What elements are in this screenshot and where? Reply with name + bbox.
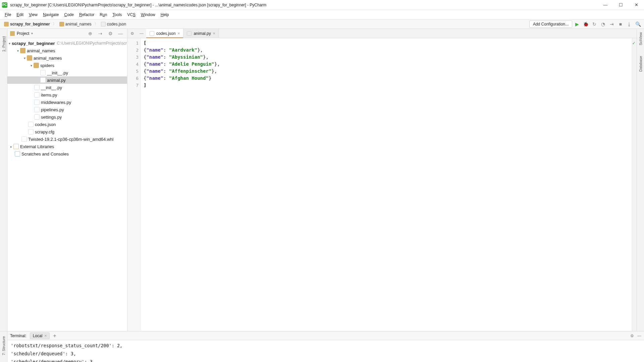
debug-icon[interactable]: 🐞: [582, 20, 590, 28]
menu-run[interactable]: Run: [97, 11, 110, 18]
breadcrumb-mid[interactable]: animal_names: [57, 22, 94, 26]
run-icon[interactable]: ▶: [573, 20, 581, 28]
tree-file[interactable]: items.py: [7, 91, 127, 99]
close-button[interactable]: ✕: [629, 0, 644, 10]
project-view-name[interactable]: Project: [17, 31, 29, 36]
menu-tools[interactable]: Tools: [110, 11, 124, 18]
python-file-icon: [34, 92, 40, 98]
tree-label: spiders: [40, 63, 54, 68]
menu-code[interactable]: Code: [61, 11, 76, 18]
line-number: 1: [127, 40, 139, 47]
tree-scratches[interactable]: Scratches and Consoles: [7, 150, 127, 158]
main-area: 1: Project Project ▾ ⊕ ⇢ ⚙ — ▾scrapy_for…: [0, 29, 644, 331]
tree-file[interactable]: middlewares.py: [7, 99, 127, 106]
close-tab-icon[interactable]: ×: [44, 334, 47, 338]
editor-scrollbar[interactable]: [632, 38, 637, 331]
python-file-icon: [40, 77, 46, 83]
locate-icon[interactable]: ⊕: [86, 29, 94, 38]
python-file-icon: [34, 114, 40, 120]
editor-code[interactable]: ✓[ {"name": "Aardvark"}, {"name": "Abyss…: [141, 38, 632, 331]
tree-label: items.py: [41, 93, 57, 98]
sciview-tab[interactable]: SciView: [639, 30, 643, 47]
tree-external-libraries[interactable]: ▸External Libraries: [7, 143, 127, 150]
json-file-icon: [28, 122, 34, 127]
folder-icon: [20, 48, 25, 53]
close-tab-icon[interactable]: ×: [177, 31, 180, 36]
project-tree[interactable]: ▾scrapy_for_beginnerC:\Users\LEGION\Pych…: [7, 38, 127, 331]
tree-project-root[interactable]: ▾scrapy_for_beginnerC:\Users\LEGION\Pych…: [7, 40, 127, 47]
python-file-icon: [34, 85, 40, 90]
stop-icon[interactable]: ■: [616, 20, 625, 28]
coverage-icon[interactable]: ↻: [590, 20, 598, 28]
terminal-output[interactable]: 'robotstxt/response_status_count/200': 2…: [7, 340, 644, 362]
folder-icon: [10, 31, 15, 36]
search-icon[interactable]: 🔍: [634, 20, 642, 28]
tree-label: __init__.py: [41, 85, 62, 90]
structure-tab[interactable]: 7: Structure: [2, 334, 6, 357]
tree-folder[interactable]: ▾animal_names: [7, 54, 127, 62]
file-icon: [101, 22, 106, 26]
menu-file[interactable]: File: [2, 11, 14, 18]
tree-label: External Libraries: [20, 144, 54, 149]
profile-icon[interactable]: ◔: [599, 20, 607, 28]
hide-icon[interactable]: —: [116, 29, 124, 38]
menu-vcs[interactable]: VCS: [124, 11, 138, 18]
project-panel: Project ▾ ⊕ ⇢ ⚙ — ▾scrapy_for_beginnerC:…: [7, 29, 127, 331]
menu-view[interactable]: View: [26, 11, 40, 18]
menu-edit[interactable]: Edit: [14, 11, 26, 18]
editor-tab-codes-json[interactable]: codes.json×: [146, 29, 183, 38]
line-number: 6: [127, 75, 139, 82]
tree-folder[interactable]: ▾animal_names: [7, 47, 127, 54]
tree-file[interactable]: pipelines.py: [7, 106, 127, 113]
left-toolwindow-bar: 1: Project: [0, 29, 7, 331]
vcs-icon[interactable]: ⭳: [625, 20, 633, 28]
tree-file[interactable]: __init__.py: [7, 84, 127, 91]
terminal-hide-icon[interactable]: —: [637, 334, 641, 338]
tree-folder[interactable]: ▾spiders: [7, 62, 127, 69]
tree-file-selected[interactable]: animal.py: [7, 76, 127, 84]
close-tab-icon[interactable]: ×: [213, 31, 215, 36]
terminal-tab-local[interactable]: Local×: [30, 333, 50, 339]
project-toolwindow-tab[interactable]: 1: Project: [2, 34, 6, 54]
editor-tab-animal-py[interactable]: animal.py×: [183, 29, 219, 38]
tree-path: C:\Users\LEGION\PycharmProjects\scrapy…: [57, 41, 127, 46]
breadcrumb-file[interactable]: codes.json: [99, 22, 128, 26]
window-title: scrapy_for_beginner [C:\Users\LEGION\Pyc…: [10, 3, 598, 7]
add-configuration-button[interactable]: Add Configuration...: [529, 20, 572, 28]
python-file-icon: [40, 70, 46, 75]
menu-window[interactable]: Window: [138, 11, 158, 18]
menu-help[interactable]: Help: [158, 11, 172, 18]
settings-icon[interactable]: ⚙: [106, 29, 114, 38]
terminal-line: 'scheduler/dequeued': 3,: [11, 350, 641, 358]
tree-label: animal_names: [27, 48, 55, 53]
terminal-column: Terminal: Local× + ⚙— 'robotstxt/respons…: [7, 331, 644, 362]
menu-refactor[interactable]: Refactor: [76, 11, 97, 18]
breadcrumb-root[interactable]: scrapy_for_beginner: [2, 22, 52, 26]
tree-file[interactable]: Twisted-19.2.1-cp36-cp36m-win_amd64.whl: [7, 135, 127, 143]
package-icon: [34, 63, 39, 68]
menu-navigate[interactable]: Navigate: [40, 11, 61, 18]
titlebar: PC scrapy_for_beginner [C:\Users\LEGION\…: [0, 0, 644, 10]
tree-label: settings.py: [41, 115, 62, 120]
line-number: 2: [127, 47, 139, 54]
project-panel-header: Project ▾ ⊕ ⇢ ⚙ —: [7, 29, 127, 38]
terminal-settings-icon[interactable]: ⚙: [630, 334, 634, 338]
chevron-down-icon[interactable]: ▾: [31, 32, 33, 35]
tab-settings-icon[interactable]: ⚙: [127, 29, 137, 38]
collapse-icon[interactable]: ⇢: [96, 29, 104, 38]
minimize-button[interactable]: —: [598, 0, 613, 10]
tree-label: scrapy_for_beginner: [12, 41, 55, 46]
database-tab[interactable]: Database: [639, 54, 643, 74]
tab-hide-icon[interactable]: —: [137, 29, 146, 38]
tree-file[interactable]: settings.py: [7, 113, 127, 121]
folder-icon: [4, 22, 9, 26]
menubar: File Edit View Navigate Code Refactor Ru…: [0, 10, 644, 19]
new-terminal-icon[interactable]: +: [53, 333, 56, 339]
tree-file[interactable]: __init__.py: [7, 69, 127, 76]
tree-file[interactable]: scrapy.cfg: [7, 128, 127, 135]
tree-label: scrapy.cfg: [35, 129, 54, 134]
maximize-button[interactable]: ☐: [613, 0, 629, 10]
attach-icon[interactable]: ⇥: [608, 20, 616, 28]
line-number: 3: [127, 54, 139, 61]
tree-file[interactable]: codes.json: [7, 121, 127, 128]
